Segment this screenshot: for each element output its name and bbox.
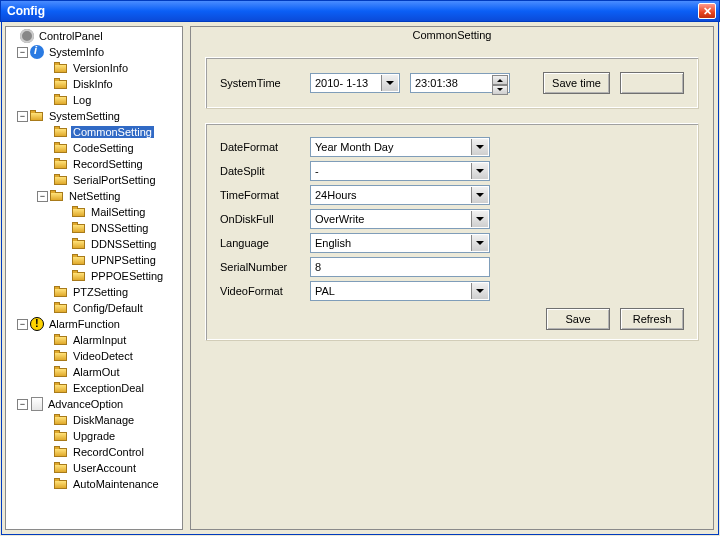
tree-node-alarmfunction[interactable]: − AlarmFunction: [7, 316, 181, 332]
tree-node-recordcontrol[interactable]: RecordControl: [7, 444, 181, 460]
tree-node-versioninfo[interactable]: VersionInfo: [7, 60, 181, 76]
timeformat-select[interactable]: 24Hours: [310, 185, 490, 205]
tree-label: Log: [71, 94, 93, 106]
ondiskfull-select[interactable]: OverWrite: [310, 209, 490, 229]
tree-node-diskmanage[interactable]: DiskManage: [7, 412, 181, 428]
tree-node-alarmout[interactable]: AlarmOut: [7, 364, 181, 380]
collapse-icon[interactable]: −: [17, 399, 28, 410]
tree-label: ControlPanel: [37, 30, 105, 42]
sync-pc-button[interactable]: [620, 72, 684, 94]
collapse-icon[interactable]: −: [17, 111, 28, 122]
folder-icon: [30, 109, 44, 123]
serialnumber-value: 8: [315, 261, 321, 273]
tree-label: MailSetting: [89, 206, 147, 218]
tree-node-alarminput[interactable]: AlarmInput: [7, 332, 181, 348]
folder-icon: [72, 221, 86, 235]
tree: ControlPanel − SystemInfo VersionInfo Di…: [7, 28, 181, 492]
videoformat-label: VideoFormat: [220, 285, 310, 297]
tree-node-diskinfo[interactable]: DiskInfo: [7, 76, 181, 92]
tree-node-mailsetting[interactable]: MailSetting: [7, 204, 181, 220]
tree-node-commonsetting[interactable]: CommonSetting: [7, 124, 181, 140]
chevron-down-icon: [471, 163, 488, 179]
tree-label: Config/Default: [71, 302, 145, 314]
datesplit-select[interactable]: -: [310, 161, 490, 181]
panel-title: CommonSetting: [191, 29, 713, 41]
folder-icon: [54, 301, 68, 315]
language-value: English: [315, 237, 351, 249]
tree-label: UPNPSetting: [89, 254, 158, 266]
folder-icon: [54, 349, 68, 363]
tree-node-upgrade[interactable]: Upgrade: [7, 428, 181, 444]
tree-node-upnpsetting[interactable]: UPNPSetting: [7, 252, 181, 268]
dateformat-value: Year Month Day: [315, 141, 393, 153]
tree-node-log[interactable]: Log: [7, 92, 181, 108]
tree-label: AutoMaintenance: [71, 478, 161, 490]
systemtime-group: SystemTime 2010- 1-13 23:01:38 Save time: [205, 57, 699, 109]
chevron-down-icon: [471, 211, 488, 227]
window-title: Config: [7, 4, 45, 18]
videoformat-select[interactable]: PAL: [310, 281, 490, 301]
tree-node-exceptiondeal[interactable]: ExceptionDeal: [7, 380, 181, 396]
save-button[interactable]: Save: [546, 308, 610, 330]
time-input[interactable]: 23:01:38: [410, 73, 510, 93]
folder-icon: [72, 205, 86, 219]
tree-node-netsetting[interactable]: − NetSetting: [7, 188, 181, 204]
collapse-icon[interactable]: −: [17, 47, 28, 58]
folder-icon: [54, 141, 68, 155]
tree-label: DNSSetting: [89, 222, 150, 234]
tree-label: CodeSetting: [71, 142, 136, 154]
tree-node-serialportsetting[interactable]: SerialPortSetting: [7, 172, 181, 188]
tree-node-recordsetting[interactable]: RecordSetting: [7, 156, 181, 172]
tree-label: PTZSetting: [71, 286, 130, 298]
refresh-button[interactable]: Refresh: [620, 308, 684, 330]
tree-node-dnssetting[interactable]: DNSSetting: [7, 220, 181, 236]
dateformat-label: DateFormat: [220, 141, 310, 153]
videoformat-value: PAL: [315, 285, 335, 297]
tree-label: SystemInfo: [47, 46, 106, 58]
button-row: Save Refresh: [546, 308, 684, 330]
tree-node-automaintenance[interactable]: AutoMaintenance: [7, 476, 181, 492]
serialnumber-input[interactable]: 8: [310, 257, 490, 277]
tree-label: Upgrade: [71, 430, 117, 442]
tree-node-pppoesetting[interactable]: PPPOESetting: [7, 268, 181, 284]
timeformat-value: 24Hours: [315, 189, 357, 201]
tree-label: AlarmFunction: [47, 318, 122, 330]
close-button[interactable]: ✕: [698, 3, 716, 19]
tree-label: RecordControl: [71, 446, 146, 458]
tree-label: AlarmOut: [71, 366, 121, 378]
dateformat-select[interactable]: Year Month Day: [310, 137, 490, 157]
ondiskfull-label: OnDiskFull: [220, 213, 310, 225]
time-value: 23:01:38: [415, 77, 458, 89]
folder-icon: [54, 285, 68, 299]
chevron-down-icon: [471, 139, 488, 155]
tree-node-codesetting[interactable]: CodeSetting: [7, 140, 181, 156]
tree-node-videodetect[interactable]: VideoDetect: [7, 348, 181, 364]
collapse-icon[interactable]: −: [17, 319, 28, 330]
tree-node-ptzsetting[interactable]: PTZSetting: [7, 284, 181, 300]
collapse-icon[interactable]: −: [37, 191, 48, 202]
tree-node-controlpanel[interactable]: ControlPanel: [7, 28, 181, 44]
tree-label: CommonSetting: [71, 126, 154, 138]
tree-node-advanceoption[interactable]: − AdvanceOption: [7, 396, 181, 412]
systemtime-label: SystemTime: [220, 77, 310, 89]
tree-node-ddnssetting[interactable]: DDNSSetting: [7, 236, 181, 252]
folder-icon: [54, 173, 68, 187]
tree-label: VersionInfo: [71, 62, 130, 74]
warning-icon: [30, 317, 44, 331]
folder-icon: [54, 413, 68, 427]
info-icon: [30, 45, 44, 59]
folder-icon: [72, 237, 86, 251]
tree-node-useraccount[interactable]: UserAccount: [7, 460, 181, 476]
folder-icon: [54, 333, 68, 347]
tree-node-systemsetting[interactable]: − SystemSetting: [7, 108, 181, 124]
save-time-button[interactable]: Save time: [543, 72, 610, 94]
tree-node-configdefault[interactable]: Config/Default: [7, 300, 181, 316]
tree-label: SerialPortSetting: [71, 174, 158, 186]
tree-label: DDNSSetting: [89, 238, 158, 250]
tree-node-systeminfo[interactable]: − SystemInfo: [7, 44, 181, 60]
date-picker[interactable]: 2010- 1-13: [310, 73, 400, 93]
language-select[interactable]: English: [310, 233, 490, 253]
spinner-icon[interactable]: [492, 75, 508, 91]
title-bar: Config ✕: [0, 0, 720, 22]
folder-icon: [72, 269, 86, 283]
